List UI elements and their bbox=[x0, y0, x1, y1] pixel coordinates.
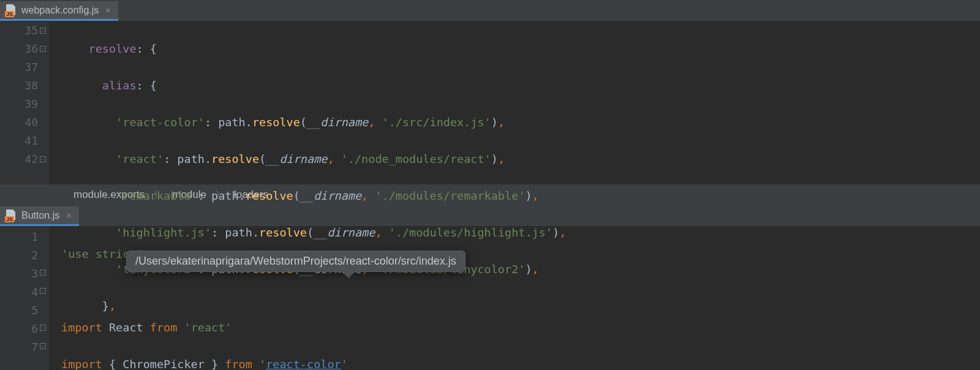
tab-bar-top: JS webpack.config.js × bbox=[0, 0, 980, 21]
code-area-top[interactable]: resolve: { alias: { 'react-color': path.… bbox=[49, 21, 980, 184]
fold-marker-icon[interactable]: − bbox=[40, 270, 46, 276]
module-link-react-color[interactable]: react-color bbox=[266, 358, 341, 370]
gutter-top: 35 36 37 38 39 40 41 42 − − − bbox=[0, 21, 49, 184]
fold-marker-icon[interactable]: − bbox=[40, 343, 46, 349]
bottom-editor-pane: JS Button.js × 1 2 3 4 5 6 7 − − − − 'us… bbox=[0, 205, 980, 370]
line-number: 5 bbox=[0, 301, 38, 320]
line-number: 35 bbox=[0, 21, 38, 40]
line-number: 6 bbox=[0, 320, 38, 338]
close-tab-icon[interactable]: × bbox=[105, 5, 111, 15]
line-number: 7 bbox=[0, 338, 38, 357]
gutter-bottom: 1 2 3 4 5 6 7 − − − − bbox=[0, 227, 49, 370]
fold-marker-icon[interactable]: − bbox=[40, 46, 46, 52]
editor-content-bottom[interactable]: 1 2 3 4 5 6 7 − − − − 'use strict' impor… bbox=[0, 227, 980, 370]
top-editor-pane: JS webpack.config.js × 35 36 37 38 39 40… bbox=[0, 0, 980, 205]
line-number: 2 bbox=[0, 246, 38, 265]
line-number: 40 bbox=[0, 113, 38, 132]
fold-marker-icon[interactable]: − bbox=[40, 156, 46, 162]
code-key: resolve bbox=[89, 42, 137, 55]
line-number: 39 bbox=[0, 95, 38, 113]
fold-marker-icon[interactable]: − bbox=[40, 325, 46, 331]
tab-label: Button.js bbox=[21, 210, 59, 221]
alias-key: 'react-color' bbox=[116, 116, 205, 129]
tab-webpack-config[interactable]: JS webpack.config.js × bbox=[0, 1, 118, 21]
editor-content-top[interactable]: 35 36 37 38 39 40 41 42 − − − resolve: {… bbox=[0, 21, 980, 184]
line-number: 42 bbox=[0, 150, 38, 168]
line-number: 4 bbox=[0, 283, 38, 301]
js-file-icon: JS bbox=[5, 4, 17, 17]
fold-marker-icon[interactable]: − bbox=[40, 28, 46, 34]
line-number: 38 bbox=[0, 77, 38, 95]
line-number: 41 bbox=[0, 132, 38, 150]
line-number: 37 bbox=[0, 58, 38, 77]
fold-marker-icon[interactable]: − bbox=[40, 288, 46, 294]
line-number: 3 bbox=[0, 265, 38, 283]
code-key: alias bbox=[102, 79, 137, 92]
js-file-icon: JS bbox=[5, 210, 17, 222]
path-tooltip: /Users/ekaterinaprigara/WebstormProjects… bbox=[126, 251, 466, 272]
line-number: 1 bbox=[0, 228, 38, 246]
tab-label: webpack.config.js bbox=[21, 5, 99, 16]
line-number: 36 bbox=[0, 40, 38, 58]
tooltip-text: /Users/ekaterinaprigara/WebstormProjects… bbox=[135, 255, 456, 267]
alias-key: 'remarkable' bbox=[116, 189, 198, 202]
alias-key: 'react' bbox=[116, 153, 164, 165]
code-area-bottom[interactable]: 'use strict' import React from 'react' i… bbox=[49, 227, 980, 370]
